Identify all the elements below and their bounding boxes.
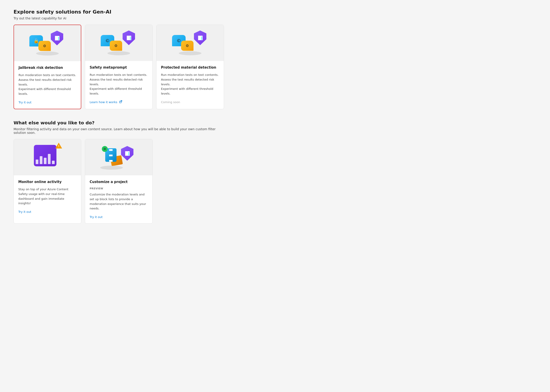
card-protected-title: Protected material detection [161,65,219,70]
jailbreak-illustration: 🔒 ⚙️ [29,31,65,56]
protected-coming-soon: Coming soon [161,100,180,104]
card-protected[interactable]: © ⚙️ Protected material detection Run mo… [156,25,224,109]
warning-triangle-icon: ! [55,143,62,148]
bubble-gold-icon: ⚙️ [110,41,122,51]
bubble-gold-icon: ⚙️ [181,41,193,51]
base-oval [107,51,130,55]
card-monitor-image: ! [14,139,81,175]
card-protected-desc: Run moderation tests on text contents. A… [161,73,219,96]
card-monitor[interactable]: ! Monitor online activity Stay on top of… [14,139,81,224]
section2-desc: Monitor filtering activity and data on y… [14,127,217,134]
customize-try-link[interactable]: Try it out [90,215,103,219]
customize-preview-badge: PREVIEW [90,187,148,190]
shield-purple-icon [194,30,206,45]
card-customize-image: ▬▬▬ ⚙ [85,139,152,175]
card-jailbreak[interactable]: 🔒 ⚙️ Jailbreak risk detection Run modera… [14,25,81,109]
card-metaprompt-desc: Run moderation tests on text contents. A… [90,73,148,96]
base-oval [179,51,201,55]
section1-title: Explore safety solutions for Gen-AI [14,9,536,15]
card-customize-desc: Customize the moderation levels and set … [90,192,148,211]
bar-5 [52,161,55,164]
customize-gear: ⚙ [102,146,108,152]
card-monitor-title: Monitor online activity [18,180,77,184]
card-metaprompt[interactable]: © ⚙️ Safety metaprompt Run moderation te… [85,25,153,109]
card-jailbreak-title: Jailbreak risk detection [19,66,76,70]
cards-row-1: 🔒 ⚙️ Jailbreak risk detection Run modera… [14,25,536,109]
card-customize[interactable]: ▬▬▬ ⚙ Customize a project PREVIEW Custom… [85,139,153,224]
card-metaprompt-title: Safety metaprompt [90,65,148,70]
card-metaprompt-image: © ⚙️ [85,25,152,61]
card-protected-body: Protected material detection Run moderat… [156,61,224,109]
chart-bars [36,153,55,164]
monitor-illustration: ! [34,145,61,170]
monitor-chart [34,145,56,166]
card-protected-image: © ⚙️ [156,25,224,61]
bar-4 [48,154,50,164]
customize-shield [121,146,134,161]
shield-purple-icon [123,30,135,45]
customize-base [100,166,123,170]
card-monitor-desc: Stay on top of your Azure Content Safety… [18,187,77,206]
cards-row-2: ! Monitor online activity Stay on top of… [14,139,536,224]
monitor-try-link[interactable]: Try it out [18,210,31,213]
card-customize-body: Customize a project PREVIEW Customize th… [85,175,152,224]
card-jailbreak-body: Jailbreak risk detection Run moderation … [14,61,81,109]
protected-illustration: © ⚙️ [172,30,208,55]
card-jailbreak-image: 🔒 ⚙️ [14,25,81,61]
section2-title: What else would you like to do? [14,120,536,126]
section1-subtitle: Try out the latest capability for AI [14,16,536,20]
customize-illustration: ▬▬▬ ⚙ [101,145,137,170]
bar-2 [40,156,42,164]
metaprompt-learn-link[interactable]: Learn how it works [90,100,122,104]
card-metaprompt-body: Safety metaprompt Run moderation tests o… [85,61,152,109]
bar-1 [36,160,38,164]
card-customize-title: Customize a project [90,180,148,184]
bar-3 [44,158,47,164]
shield-purple-icon [51,31,63,45]
jailbreak-try-link[interactable]: Try it out [19,101,31,104]
metaprompt-illustration: © ⚙️ [101,30,137,55]
base-oval [36,51,59,56]
external-link-icon [119,100,122,104]
card-monitor-body: Monitor online activity Stay on top of y… [14,175,81,218]
bubble-gold-icon: ⚙️ [38,41,51,51]
card-jailbreak-desc: Run moderation tests on text contents. A… [19,73,76,96]
